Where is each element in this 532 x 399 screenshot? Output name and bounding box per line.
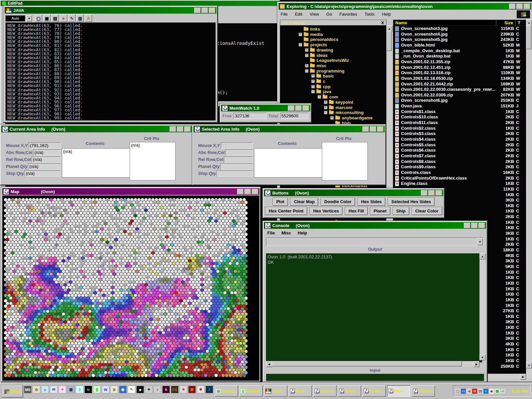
critpts-box[interactable]: [322, 142, 368, 181]
tree-expander[interactable]: +: [299, 33, 302, 36]
contents-box[interactable]: (n/a): [62, 148, 130, 178]
art-icon[interactable]: ✶: [59, 386, 66, 393]
font-icon[interactable]: A: [85, 15, 92, 22]
tree-expander[interactable]: +: [305, 64, 309, 67]
minimize-button[interactable]: _: [194, 8, 201, 13]
tree-item-ideas[interactable]: +ideas: [305, 53, 328, 58]
tree-expander[interactable]: -: [311, 90, 315, 93]
tray-power-icon[interactable]: ▱: [500, 389, 505, 394]
file-list-scrollbar[interactable]: ▲ ▼: [526, 20, 531, 379]
file-row[interactable]: Controls$11.class2KBC: [393, 120, 526, 125]
spider-icon[interactable]: ✳: [180, 386, 187, 393]
java-titlebar[interactable]: JAVA _ □ X: [5, 7, 216, 14]
minimize-button[interactable]: _: [237, 189, 244, 195]
file-row[interactable]: Ovon.java151KBJ: [393, 103, 526, 109]
ie-icon[interactable]: e: [41, 386, 49, 393]
file-row[interactable]: Controls$8.class2KBC: [393, 159, 526, 164]
file-row[interactable]: Controls$6.class2KBC: [393, 148, 526, 153]
tree-expander[interactable]: -: [318, 95, 321, 99]
tree-expander[interactable]: +: [311, 85, 315, 88]
button-hex-vertices[interactable]: Hex Vertices: [310, 207, 342, 215]
file-row[interactable]: Ovon.2001.02.22.0030.classesonly_pre_rew…: [393, 87, 526, 92]
menu-tools[interactable]: Tools: [364, 12, 374, 17]
taskbar-button-mem[interactable]: Mem...: [289, 385, 312, 397]
input-field[interactable]: [266, 374, 484, 381]
taskbar-button-select[interactable]: Select...: [338, 385, 361, 397]
tree-expander[interactable]: +: [305, 54, 309, 57]
selected-area-titlebar[interactable]: Selected Area Info (Ovon) _ □ X: [194, 126, 385, 132]
close-button[interactable]: X: [478, 223, 485, 228]
knight-icon[interactable]: ♞: [162, 386, 170, 393]
person-icon[interactable]: ☻: [136, 386, 144, 393]
critpts-box[interactable]: (n/a): [130, 142, 176, 181]
word-icon[interactable]: W: [102, 386, 109, 393]
file-row[interactable]: Ovon.2001.02.13.516.zip110KBW: [393, 70, 526, 75]
file-row[interactable]: Controls.class16KBC: [393, 170, 526, 175]
dos-console[interactable]: NEW_drawHexAt(63, 76) called.NEW_drawHex…: [5, 22, 216, 121]
taskbar-button-editpad[interactable]: ▯EditPad: [239, 385, 263, 397]
column-header-size[interactable]: Size: [496, 20, 515, 26]
marquee-select-icon[interactable]: ▢: [35, 15, 42, 22]
tree-item-marconi[interactable]: +marconi: [324, 105, 352, 110]
tree-item-cpp[interactable]: +cpp: [311, 84, 331, 89]
bug-icon[interactable]: ✱: [197, 386, 204, 393]
tray-icq-icon[interactable]: ◆: [489, 389, 494, 394]
file-row[interactable]: Controls$5.class2KBC: [393, 142, 526, 148]
file-row[interactable]: _run_Ovon_desktop.bat1KBM: [393, 54, 526, 59]
memwatch-titlebar[interactable]: MemWatch 1.0 _ □ X: [221, 105, 310, 111]
d-icon[interactable]: D: [188, 386, 196, 393]
tray-scheduler-icon[interactable]: ◫: [455, 389, 460, 394]
cs-icon[interactable]: CS: [171, 386, 179, 393]
copy-icon[interactable]: ▣: [43, 15, 51, 22]
menu-file[interactable]: File: [267, 230, 275, 235]
button-plot[interactable]: Plot: [273, 198, 288, 206]
tree-item-java[interactable]: -java: [311, 89, 331, 94]
close-button[interactable]: X: [184, 126, 191, 132]
maximize-button[interactable]: □: [516, 4, 523, 9]
taskbar-button-curren[interactable]: Curren...: [313, 385, 336, 397]
tree-expander[interactable]: -: [324, 111, 328, 114]
map-content[interactable]: [2, 196, 259, 381]
current-area-field[interactable]: (n/a): [28, 163, 61, 170]
minimize-button[interactable]: _: [288, 105, 295, 111]
file-row[interactable]: _compile_Ovon_desktop.bat1KBM: [393, 48, 526, 54]
background-icon[interactable]: ▦: [76, 15, 84, 22]
editpad-icon[interactable]: ▯: [93, 386, 101, 393]
menu-file[interactable]: File: [281, 12, 288, 17]
menu-help[interactable]: Help: [382, 12, 391, 17]
file-row[interactable]: Ovon.2001.02.22.0309.zip207KBW: [393, 92, 526, 98]
file-row[interactable]: Controls$3.class2KBC: [393, 131, 526, 136]
current-area-field[interactable]: (n/a): [33, 149, 61, 156]
close-pane-button[interactable]: X: [381, 20, 384, 25]
minimize-button[interactable]: _: [421, 190, 428, 196]
fullscreen-icon[interactable]: +: [60, 15, 67, 22]
button-clear-map[interactable]: Clear Map: [290, 198, 318, 206]
n-icon[interactable]: N: [84, 386, 92, 393]
maximize-button[interactable]: □: [370, 126, 376, 132]
output-hscrollbar[interactable]: ◀ ▶: [266, 361, 479, 366]
tray-block-icon[interactable]: ⊘: [472, 389, 477, 394]
button-clear-color[interactable]: Clear Color: [412, 207, 442, 215]
scroll-left-icon[interactable]: ◀: [266, 361, 272, 367]
tree-item-misc[interactable]: +misc: [305, 63, 327, 68]
taskbar-button-button[interactable]: Button...: [362, 385, 386, 397]
button-doodle-color[interactable]: Doodle Color: [321, 198, 355, 206]
scroll-up-icon[interactable]: ▲: [526, 20, 532, 26]
button-ship[interactable]: Ship: [393, 207, 409, 215]
close-button[interactable]: X: [436, 190, 442, 196]
close-button[interactable]: X: [209, 8, 215, 13]
button-hex-fill[interactable]: Hex Fill: [345, 207, 367, 215]
minimize-button[interactable]: _: [362, 126, 369, 132]
zoom-select[interactable]: Auto: [5, 15, 25, 22]
editpad-titlebar[interactable]: EditPad: [1, 1, 279, 6]
scroll-right-icon[interactable]: ▶: [473, 361, 479, 367]
file-row[interactable]: Ovon.2001.02.21.0442.zip169KBW: [393, 81, 526, 87]
scroll-thumb[interactable]: [386, 31, 392, 51]
file-row[interactable]: Ovon_screenshot6.jpg253KBC: [393, 98, 526, 103]
scroll-down-icon[interactable]: ▼: [479, 354, 485, 360]
column-header-type[interactable]: T: [515, 20, 526, 26]
file-row[interactable]: Controls$4.class2KBC: [393, 137, 526, 142]
flower-icon[interactable]: ✳: [145, 386, 153, 393]
scroll-up-icon[interactable]: ▲: [479, 253, 485, 259]
maximize-button[interactable]: □: [201, 8, 208, 13]
